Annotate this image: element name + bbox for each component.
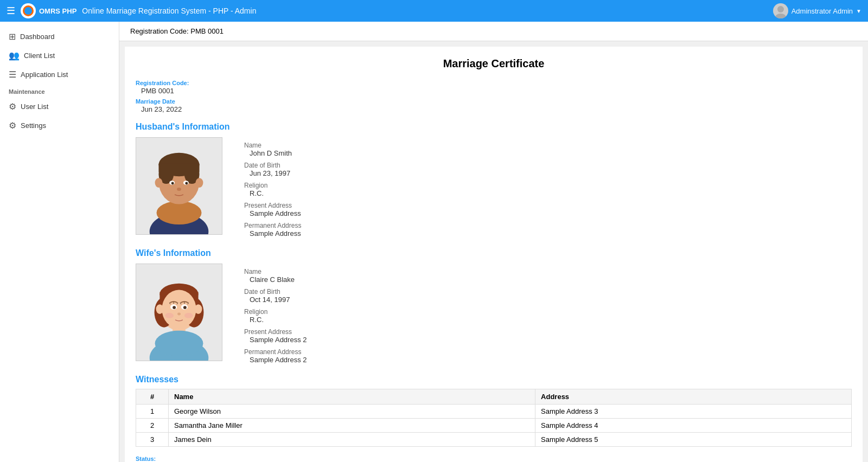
svg-point-38 <box>177 312 181 315</box>
husband-row: Name John D Smith Date of Birth Jun 23, … <box>136 137 852 238</box>
sidebar-label-client-list: Client List <box>24 52 55 60</box>
registration-value: PMB 0001 <box>141 87 852 95</box>
witness-num: 3 <box>136 433 169 447</box>
witness-name: James Dein <box>169 433 535 447</box>
topnav-right: Adminstrator Admin ▼ <box>773 3 861 18</box>
wife-religion-label: Religion <box>244 308 852 316</box>
svg-point-21 <box>155 331 203 356</box>
husband-religion-label: Religion <box>244 182 852 189</box>
witnesses-table: # Name Address 1 George Wilson Sample Ad… <box>136 389 852 447</box>
topnav-left: ☰ OMRS PHP Online Marriage Registration … <box>7 3 256 18</box>
client-list-icon: 👥 <box>9 50 20 61</box>
witness-name: Samantha Jane Miller <box>169 419 535 433</box>
registration-label: Registration Code: <box>136 80 189 86</box>
wife-religion-value: R.C. <box>250 316 852 324</box>
wife-present-address-label: Present Address <box>244 328 852 336</box>
husband-dob-value: Jun 23, 1997 <box>250 169 852 177</box>
topnav-title: Online Marriage Registration System - PH… <box>82 7 256 15</box>
marriage-date-value: Jun 23, 2022 <box>141 105 852 113</box>
svg-point-42 <box>184 313 193 318</box>
table-row: 3 James Dein Sample Address 5 <box>136 433 852 447</box>
status-section: Status: Verified Verified By: Adminstrat… <box>136 454 852 462</box>
application-list-icon: ☰ <box>9 69 16 80</box>
husband-name-label: Name <box>244 142 852 149</box>
witness-address: Sample Address 5 <box>535 433 852 447</box>
svg-point-15 <box>177 188 181 191</box>
wife-dob-label: Date of Birth <box>244 288 852 296</box>
wife-name-value: Claire C Blake <box>250 275 852 284</box>
wife-permanent-address-label: Permanent Address <box>244 348 852 356</box>
witness-num: 1 <box>136 405 169 419</box>
wife-section-title: Wife's Information <box>136 248 852 258</box>
sidebar-item-user-list[interactable]: ⚙ User List <box>0 97 119 116</box>
husband-section-title: Husband's Information <box>136 122 852 132</box>
table-row: 1 George Wilson Sample Address 3 <box>136 405 852 419</box>
sidebar-label-settings: Settings <box>21 121 46 130</box>
wife-photo <box>136 264 222 361</box>
witnesses-title: Witnesses <box>136 375 852 384</box>
logo <box>21 3 36 18</box>
witnesses-col-num: # <box>136 389 169 405</box>
brand: OMRS PHP <box>21 3 76 18</box>
svg-point-14 <box>185 182 188 185</box>
sidebar-item-application-list[interactable]: ☰ Application List <box>0 65 119 84</box>
settings-icon: ⚙ <box>9 120 16 131</box>
content-body: Marriage Certificate Registration Code: … <box>125 47 863 462</box>
user-dropdown-arrow[interactable]: ▼ <box>856 8 861 14</box>
wife-dob-value: Oct 14, 1997 <box>250 296 852 304</box>
husband-religion-value: R.C. <box>250 189 852 197</box>
user-name: Adminstrator Admin <box>792 7 853 15</box>
witness-address: Sample Address 3 <box>535 405 852 419</box>
sidebar-label-application-list: Application List <box>21 70 68 79</box>
maintenance-section-label: Maintenance <box>0 84 119 97</box>
wife-present-address-value: Sample Address 2 <box>250 336 852 344</box>
svg-point-0 <box>777 6 784 12</box>
svg-point-31 <box>183 306 187 309</box>
logo-inner <box>23 5 34 16</box>
witness-name: George Wilson <box>169 405 535 419</box>
svg-point-41 <box>165 313 174 318</box>
brand-text: OMRS PHP <box>39 7 76 15</box>
svg-point-39 <box>156 304 164 314</box>
husband-name-value: John D Smith <box>250 149 852 157</box>
svg-point-17 <box>196 178 203 188</box>
svg-point-1 <box>775 14 786 18</box>
sidebar-label-user-list: User List <box>21 102 48 111</box>
wife-name-label: Name <box>244 268 852 275</box>
sidebar-item-settings[interactable]: ⚙ Settings <box>0 116 119 135</box>
svg-point-5 <box>157 201 202 224</box>
sidebar-item-dashboard[interactable]: ⊞ Dashboard <box>0 27 119 46</box>
svg-point-27 <box>162 290 196 329</box>
sidebar-label-dashboard: Dashboard <box>20 33 55 41</box>
svg-point-40 <box>195 304 202 314</box>
marriage-date-label: Marriage Date <box>136 98 175 105</box>
table-row: 2 Samantha Jane Miller Sample Address 4 <box>136 419 852 433</box>
witnesses-col-name: Name <box>169 389 535 405</box>
husband-permanent-address-label: Permanent Address <box>244 222 852 229</box>
top-navigation: ☰ OMRS PHP Online Marriage Registration … <box>0 0 868 22</box>
dashboard-icon: ⊞ <box>9 31 16 42</box>
witness-address: Sample Address 4 <box>535 419 852 433</box>
sidebar-item-client-list[interactable]: 👥 Client List <box>0 46 119 65</box>
wife-permanent-address-value: Sample Address 2 <box>250 356 852 364</box>
husband-present-address-value: Sample Address <box>250 209 852 217</box>
witness-num: 2 <box>136 419 169 433</box>
header-registration-text: Registration Code: PMB 0001 <box>130 27 224 35</box>
husband-present-address-label: Present Address <box>244 202 852 209</box>
svg-rect-10 <box>158 164 199 172</box>
registration-info: Registration Code: PMB 0001 <box>136 79 852 95</box>
page-title: Marriage Certificate <box>136 57 852 70</box>
hamburger-icon[interactable]: ☰ <box>7 5 15 17</box>
wife-details: Name Claire C Blake Date of Birth Oct 14… <box>244 264 852 364</box>
husband-permanent-address-value: Sample Address <box>250 229 852 238</box>
main-content: Registration Code: PMB 0001 Marriage Cer… <box>119 22 868 462</box>
content-header: Registration Code: PMB 0001 <box>119 22 868 41</box>
husband-dob-label: Date of Birth <box>244 162 852 169</box>
marriage-date-info: Marriage Date Jun 23, 2022 <box>136 97 852 113</box>
user-avatar <box>773 3 788 18</box>
sidebar: ⊞ Dashboard 👥 Client List ☰ Application … <box>0 22 119 462</box>
witnesses-col-address: Address <box>535 389 852 405</box>
husband-details: Name John D Smith Date of Birth Jun 23, … <box>244 137 852 238</box>
user-list-icon: ⚙ <box>9 101 16 112</box>
svg-point-30 <box>173 306 176 309</box>
